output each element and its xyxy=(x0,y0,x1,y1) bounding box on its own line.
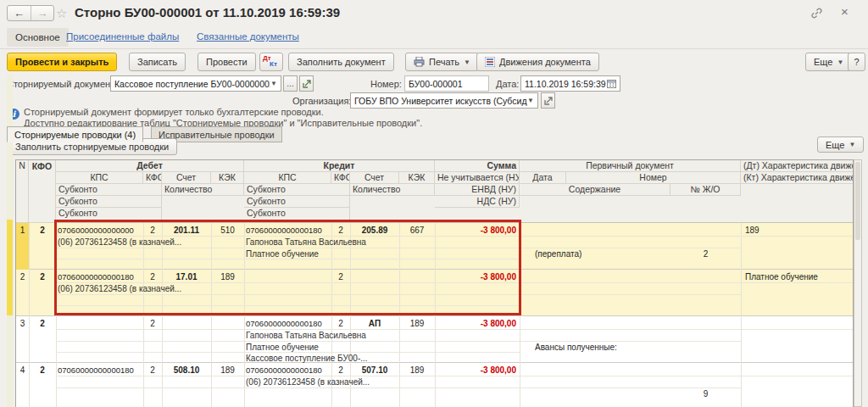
cell-debit-kfo[interactable]: 2 xyxy=(143,365,162,376)
cell-credit-account[interactable]: 507.10 xyxy=(350,365,399,376)
col-credit-quantity: Количество xyxy=(350,184,435,196)
chevron-down-icon: ▼ xyxy=(837,59,843,66)
col-debit-kek: КЭК xyxy=(211,172,244,184)
fill-document-button[interactable]: Заполнить документ xyxy=(288,53,394,71)
cell-credit-kps[interactable]: 07060000000000180 xyxy=(244,365,331,376)
cell-kfo[interactable]: 2 xyxy=(29,271,56,282)
cell-n[interactable]: 4 xyxy=(16,365,29,376)
scrollbar-thumb[interactable] xyxy=(855,162,860,240)
cell-debit-kfo[interactable]: 2 xyxy=(143,225,162,236)
cell-journal[interactable]: 9 xyxy=(670,388,741,399)
cell-credit-kek[interactable]: 189 xyxy=(399,365,435,376)
cell-credit-subkonto[interactable]: Платное обучение xyxy=(244,248,433,259)
back-button[interactable]: ← xyxy=(8,6,31,20)
calendar-icon[interactable] xyxy=(607,79,616,88)
cell-credit-kek[interactable]: 189 xyxy=(399,318,435,329)
col-credit-kps: КПС xyxy=(244,172,331,184)
col-debit-kps: КПС xyxy=(56,172,143,184)
tab-main[interactable]: Основное xyxy=(7,28,69,47)
document-movements-button[interactable]: Движения документа xyxy=(476,53,599,71)
cell-debit-kps[interactable]: 07060000000000180 xyxy=(56,365,142,376)
cell-credit-kfo[interactable]: 2 xyxy=(331,225,350,236)
help-button[interactable]: ? xyxy=(848,53,865,71)
print-button[interactable]: Печать▼ xyxy=(405,53,479,71)
cell-debit-kps[interactable]: 07060000000000000 xyxy=(56,225,142,236)
close-icon[interactable]: × xyxy=(841,4,849,19)
cell-dt-characteristic[interactable]: 189 xyxy=(741,225,851,236)
tab-reversing-postings[interactable]: Сторнируемые проводки (4) xyxy=(7,126,143,142)
cell-kfo[interactable]: 2 xyxy=(29,318,56,329)
cell-debit-account[interactable]: 201.11 xyxy=(162,225,211,236)
cell-credit-kps[interactable]: 07060000000000180 xyxy=(244,225,331,236)
cell-content[interactable]: Авансы полученные: xyxy=(520,342,670,353)
cell-debit-kps[interactable]: 07060000000000180 xyxy=(56,271,142,282)
cell-sum[interactable]: -3 800,00 xyxy=(435,225,518,236)
col-journal: № Ж/О xyxy=(670,184,741,196)
cell-credit-subkonto[interactable]: Кассовое поступление БУ00-... xyxy=(244,353,433,364)
number-label: Номер: xyxy=(370,79,402,89)
post-button[interactable]: Провести xyxy=(198,53,256,71)
cell-credit-kek[interactable]: 667 xyxy=(399,225,435,236)
tab-linked-documents[interactable]: Связанные документы xyxy=(197,31,299,42)
cell-debit-subkonto[interactable]: (06) 20736123458 (в казначей... xyxy=(56,237,242,248)
cell-kfo[interactable]: 2 xyxy=(29,365,56,376)
favorite-star-icon[interactable]: ☆ xyxy=(56,6,67,21)
cell-debit-kfo[interactable]: 2 xyxy=(143,271,162,282)
cell-debit-subkonto[interactable]: (06) 20736123458 (в казначей... xyxy=(56,283,242,294)
cell-credit-kps[interactable]: 07060000000000180 xyxy=(244,318,331,329)
col-envd: ЕНВД (НУ) xyxy=(435,184,520,196)
cell-debit-account[interactable]: 17.01 xyxy=(162,271,211,282)
chevron-down-icon[interactable]: ▼ xyxy=(527,97,534,104)
col-debit-quantity: Количество xyxy=(162,184,244,196)
cell-debit-kek[interactable]: 189 xyxy=(211,271,244,282)
cell-credit-account[interactable]: 205.89 xyxy=(350,225,399,236)
cell-n[interactable]: 2 xyxy=(16,271,29,282)
cell-n[interactable]: 1 xyxy=(16,225,29,236)
movements-icon xyxy=(485,57,495,67)
get-link-icon[interactable] xyxy=(810,7,823,20)
chevron-down-icon: ▼ xyxy=(849,141,855,148)
back-arrow-icon: ← xyxy=(14,7,25,20)
cell-content[interactable]: (переплата) xyxy=(520,248,670,259)
col-debit-subkonto-2: Субконто xyxy=(56,196,162,208)
cell-credit-kfo[interactable]: 2 xyxy=(331,365,350,376)
cell-debit-kfo[interactable]: 2 xyxy=(143,318,162,329)
cell-debit-account[interactable]: 508.10 xyxy=(162,365,211,376)
reversed-document-open-icon[interactable] xyxy=(299,75,314,92)
cell-credit-account[interactable]: АП xyxy=(350,318,399,329)
tab-attached-files[interactable]: Присоединенные файлы xyxy=(66,31,179,42)
reversed-document-input[interactable]: Кассовое поступление БУ00-00000001 от 05… xyxy=(110,75,281,92)
cell-n[interactable]: 3 xyxy=(16,318,29,329)
cell-debit-kek[interactable]: 510 xyxy=(211,225,244,236)
cell-sum[interactable]: -3 800,00 xyxy=(435,365,518,376)
table-more-button[interactable]: Еще▼ xyxy=(817,137,864,153)
cell-dt-characteristic[interactable]: Платное обучение xyxy=(741,271,851,282)
reversed-document-choose-button[interactable]: ... xyxy=(283,75,298,92)
cell-credit-subkonto[interactable]: Платное обучение xyxy=(244,342,433,353)
col-kfo: КФО xyxy=(29,160,56,223)
save-button[interactable]: Записать xyxy=(129,53,186,71)
cell-sum[interactable]: -3 800,00 xyxy=(435,271,518,282)
cell-credit-subkonto[interactable]: Гапонова Татьяна Васильевна xyxy=(244,237,433,248)
chevron-down-icon[interactable]: ▼ xyxy=(270,80,277,87)
cell-credit-kfo[interactable]: 2 xyxy=(331,271,350,282)
cell-journal[interactable]: 2 xyxy=(670,248,741,259)
cell-credit-subkonto[interactable]: Гапонова Татьяна Васильевна xyxy=(244,330,433,341)
table-scrollbar[interactable] xyxy=(854,159,862,407)
post-and-close-button[interactable]: Провести и закрыть xyxy=(7,53,117,71)
date-input[interactable]: 11.10.2019 16:59:39 xyxy=(520,75,620,92)
cell-kfo[interactable]: 2 xyxy=(29,225,56,236)
cell-debit-kek[interactable]: 189 xyxy=(211,365,244,376)
organization-input[interactable]: ГОБУ ВПО Университет искусств (Субсидия)… xyxy=(350,92,538,109)
left-accent-strip-highlight xyxy=(7,220,13,315)
col-content: Содержание xyxy=(520,184,670,196)
cell-credit-kfo[interactable]: 2 xyxy=(331,318,350,329)
dt-kt-postings-button[interactable]: Дт Кт xyxy=(259,53,283,71)
number-input[interactable]: БУ00-000001 xyxy=(404,75,489,92)
cell-sum[interactable]: -3 800,00 xyxy=(435,318,518,329)
cell-credit-subkonto[interactable]: (06) 20736123458 (в казначей... xyxy=(244,376,433,387)
col-credit: Кредит xyxy=(244,160,435,172)
forward-button[interactable]: → xyxy=(31,6,53,20)
organization-open-icon[interactable] xyxy=(541,92,555,109)
toolbar-more-button[interactable]: Еще▼ xyxy=(805,53,852,71)
